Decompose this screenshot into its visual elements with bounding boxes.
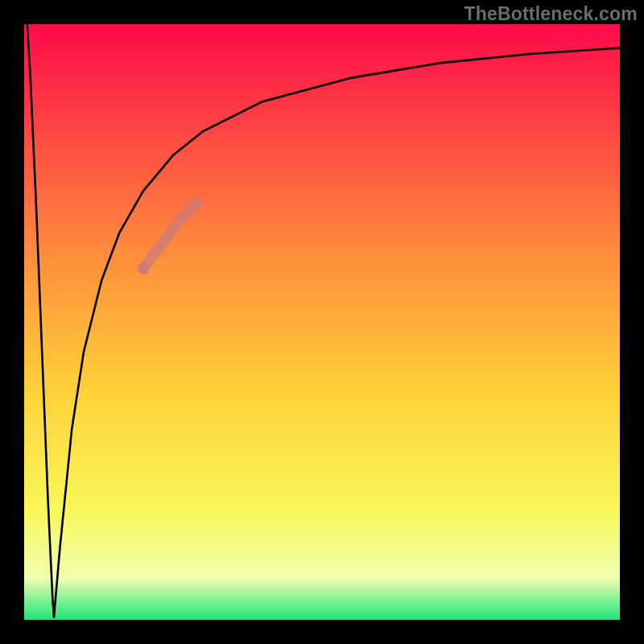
watermark-text: TheBottleneck.com bbox=[464, 3, 638, 25]
curve-layer bbox=[24, 24, 620, 620]
curve-left-branch bbox=[27, 24, 54, 617]
chart-frame: TheBottleneck.com bbox=[0, 0, 644, 644]
highlight-dot bbox=[138, 262, 150, 275]
plot-area bbox=[24, 24, 620, 620]
highlight-segment bbox=[143, 203, 197, 268]
curve-right-branch bbox=[54, 48, 620, 617]
